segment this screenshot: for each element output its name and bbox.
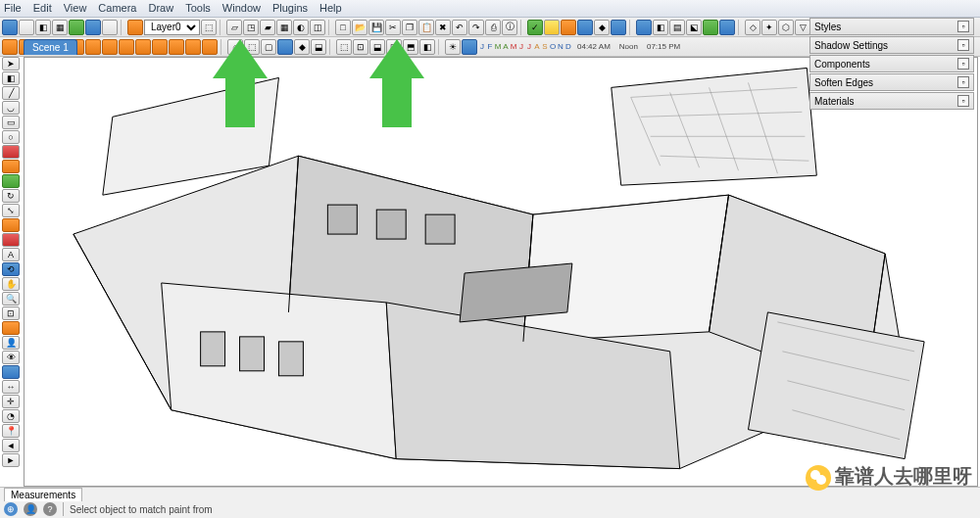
- hidden-icon[interactable]: ◳: [243, 20, 259, 35]
- line-icon[interactable]: ╱: [2, 86, 20, 100]
- orbit-icon[interactable]: ⟲: [2, 262, 20, 276]
- tool-icon[interactable]: ◧: [35, 20, 51, 35]
- menu-tools[interactable]: Tools: [185, 2, 211, 15]
- render-icon[interactable]: ▤: [669, 20, 685, 35]
- section-icon[interactable]: [2, 321, 20, 335]
- offset-icon[interactable]: [2, 218, 20, 232]
- tool-icon[interactable]: [119, 39, 134, 55]
- zoom-icon[interactable]: 🔍: [2, 292, 20, 306]
- menu-view[interactable]: View: [64, 2, 87, 15]
- text-icon[interactable]: A: [2, 248, 20, 261]
- render-icon[interactable]: [703, 20, 718, 35]
- eraser-icon[interactable]: ◧: [2, 71, 20, 85]
- measurements-tab[interactable]: Measurements: [4, 488, 82, 501]
- tape-icon[interactable]: [2, 233, 20, 247]
- pan-icon[interactable]: ✋: [2, 277, 20, 291]
- close-icon[interactable]: ▫: [957, 21, 969, 32]
- iso-icon[interactable]: ⬚: [336, 39, 352, 55]
- pushpull-icon[interactable]: [2, 160, 20, 173]
- print-icon[interactable]: ⎙: [485, 20, 501, 35]
- menu-edit[interactable]: Edit: [33, 2, 52, 15]
- follow-icon[interactable]: ◔: [2, 409, 20, 423]
- render-icon[interactable]: [719, 20, 735, 35]
- top-icon[interactable]: ⊡: [353, 39, 368, 55]
- menu-window[interactable]: Window: [222, 2, 261, 15]
- tool-icon[interactable]: [135, 39, 151, 55]
- shadow-month-bar[interactable]: JFMAMJJASOND: [478, 42, 572, 51]
- close-icon[interactable]: ▫: [957, 95, 969, 107]
- layer-icon[interactable]: [127, 20, 143, 35]
- paste-icon[interactable]: 📋: [418, 20, 434, 35]
- menubar[interactable]: File Edit View Camera Draw Tools Window …: [0, 0, 980, 18]
- walk-icon[interactable]: 👤: [2, 336, 20, 350]
- help-icon[interactable]: ?: [43, 502, 57, 516]
- tool-icon[interactable]: ⬓: [311, 39, 326, 55]
- wireframe-icon[interactable]: ▱: [226, 20, 242, 35]
- tool-icon[interactable]: [19, 20, 34, 35]
- tool-icon[interactable]: [102, 39, 118, 55]
- close-icon[interactable]: ▫: [957, 39, 969, 51]
- viewport[interactable]: [24, 57, 978, 487]
- model-info-icon[interactable]: ⓘ: [502, 20, 517, 35]
- tool-icon[interactable]: [2, 20, 18, 35]
- plugin-icon[interactable]: [544, 20, 560, 35]
- tool-icon[interactable]: [85, 39, 101, 55]
- save-icon[interactable]: 💾: [368, 20, 384, 35]
- undo-icon[interactable]: ↶: [452, 20, 467, 35]
- tool-icon[interactable]: [185, 39, 201, 55]
- menu-draw[interactable]: Draw: [148, 2, 173, 15]
- tool-icon[interactable]: ▦: [52, 20, 68, 35]
- panel-soften-edges[interactable]: Soften Edges▫: [809, 73, 974, 91]
- panel-components[interactable]: Components▫: [809, 55, 974, 72]
- texture-icon[interactable]: ▦: [276, 20, 292, 35]
- menu-help[interactable]: Help: [319, 2, 342, 15]
- cut-icon[interactable]: ✂: [385, 20, 401, 35]
- layer-manager-icon[interactable]: ⬚: [201, 20, 217, 35]
- rotate-icon[interactable]: ↻: [2, 189, 20, 203]
- paint-icon[interactable]: [2, 145, 20, 159]
- menu-file[interactable]: File: [4, 2, 22, 15]
- new-icon[interactable]: □: [335, 20, 351, 35]
- extra-icon[interactable]: ⬡: [778, 20, 794, 35]
- rect-icon[interactable]: ▭: [2, 116, 20, 129]
- scale-icon[interactable]: ⤡: [2, 204, 20, 217]
- move-icon[interactable]: [2, 174, 20, 188]
- plugin-icon[interactable]: [611, 20, 626, 35]
- mono-icon[interactable]: ◐: [293, 20, 309, 35]
- plugin-icon[interactable]: [561, 20, 576, 35]
- open-icon[interactable]: 📂: [352, 20, 368, 35]
- tool-icon[interactable]: [152, 39, 168, 55]
- plugin-icon[interactable]: [577, 20, 593, 35]
- shaded-icon[interactable]: ▰: [260, 20, 275, 35]
- circle-icon[interactable]: ○: [2, 130, 20, 144]
- panel-styles[interactable]: Styles▫: [809, 18, 974, 35]
- shadow-toggle-icon[interactable]: ☀: [445, 39, 461, 55]
- redo-icon[interactable]: ↷: [468, 20, 484, 35]
- credits-icon[interactable]: 👤: [24, 502, 37, 516]
- zoom-extents-icon[interactable]: ⊡: [2, 306, 20, 320]
- menu-plugins[interactable]: Plugins: [272, 2, 308, 15]
- xray-icon[interactable]: ◫: [310, 20, 325, 35]
- extra-icon[interactable]: ◇: [745, 20, 760, 35]
- copy-icon[interactable]: ❐: [402, 20, 417, 35]
- look-icon[interactable]: 👁: [2, 351, 20, 364]
- dim-icon[interactable]: ↔: [2, 380, 20, 394]
- arc-icon[interactable]: ◡: [2, 101, 20, 115]
- erase-icon[interactable]: ✖: [435, 20, 451, 35]
- plugin-icon[interactable]: ✓: [527, 20, 543, 35]
- tool-icon[interactable]: [102, 20, 118, 35]
- tool-icon[interactable]: [85, 20, 101, 35]
- axes-icon[interactable]: ✛: [2, 395, 20, 408]
- tool-icon[interactable]: ◆: [294, 39, 310, 55]
- shadow-settings-icon[interactable]: [462, 39, 477, 55]
- next-icon[interactable]: ►: [2, 453, 20, 467]
- layer-select[interactable]: Layer0: [144, 20, 200, 35]
- tool-icon[interactable]: [69, 20, 84, 35]
- close-icon[interactable]: ▫: [957, 58, 969, 70]
- scene-tab[interactable]: Scene 1: [24, 39, 77, 55]
- tool-icon[interactable]: [2, 39, 18, 55]
- extra-icon[interactable]: ✦: [761, 20, 777, 35]
- panel-materials[interactable]: Materials▫: [809, 92, 974, 110]
- render-icon[interactable]: [636, 20, 652, 35]
- position-icon[interactable]: 📍: [2, 424, 20, 438]
